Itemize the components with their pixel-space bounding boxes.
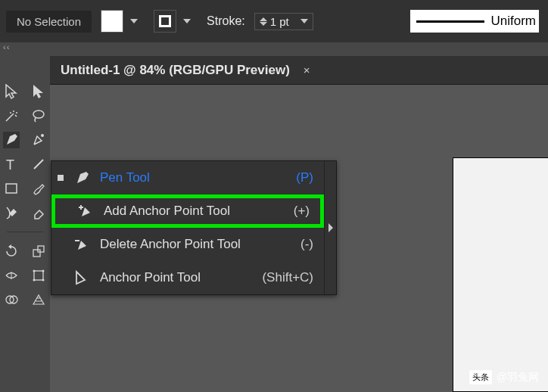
triangle-right-icon: [328, 223, 333, 232]
selected-indicator-placeholder: [58, 275, 64, 281]
selected-indicator-icon: [58, 175, 64, 181]
scale-icon: [32, 244, 45, 258]
stroke-label: Stroke:: [207, 14, 245, 28]
watermark: 头条 @羽兔网: [469, 370, 539, 384]
stroke-weight-stepper[interactable]: 1 pt: [254, 13, 313, 30]
rotate-icon: [5, 244, 18, 258]
line-icon: [32, 157, 45, 171]
width-tool[interactable]: [3, 267, 20, 284]
flyout-item-label: Anchor Point Tool: [100, 270, 254, 285]
watermark-text: @羽兔网: [497, 371, 539, 384]
arrow-down-icon[interactable]: [260, 22, 267, 26]
stroke-profile-dropdown[interactable]: Uniform: [410, 10, 539, 33]
brush-icon: [32, 182, 45, 195]
line-segment-tool[interactable]: [30, 156, 47, 173]
flyout-tearoff-handle[interactable]: [324, 161, 336, 294]
stepper-arrows[interactable]: [260, 17, 267, 26]
shape-builder-tool[interactable]: [3, 291, 20, 308]
svg-rect-5: [38, 246, 44, 252]
svg-point-0: [41, 134, 44, 137]
svg-point-11: [42, 279, 45, 282]
tab-close-button[interactable]: ×: [304, 64, 310, 76]
transform-icon: [32, 269, 45, 282]
selection-tool[interactable]: [3, 83, 20, 100]
flyout-item-shortcut: (Shift+C): [262, 270, 313, 285]
tools-panel: T: [0, 56, 50, 392]
eraser-icon: [32, 206, 45, 219]
pen-icon: [4, 132, 19, 148]
svg-point-8: [33, 270, 36, 272]
arrow-cursor-solid-icon: [32, 84, 45, 99]
pen-tool[interactable]: [3, 132, 20, 148]
selection-status: No Selection: [6, 11, 92, 33]
pen-icon: [73, 170, 92, 186]
document-tab[interactable]: Untitled-1 @ 84% (RGB/GPU Preview): [61, 63, 290, 78]
scale-tool[interactable]: [30, 243, 47, 260]
svg-rect-7: [34, 271, 43, 280]
pen-plus-icon: [76, 203, 96, 219]
fill-color-swatch[interactable]: [101, 10, 123, 33]
pencil-icon: [5, 206, 18, 219]
flyout-item-shortcut: (-): [300, 237, 313, 252]
flyout-item-shortcut: (P): [296, 170, 313, 185]
chevron-down-icon: [183, 19, 191, 23]
rotate-tool[interactable]: [3, 243, 20, 260]
pen-minus-icon: [73, 236, 92, 253]
lasso-tool[interactable]: [30, 107, 47, 124]
perspective-grid-tool[interactable]: [30, 291, 47, 308]
fill-swatch-group[interactable]: [101, 10, 145, 33]
magic-wand-tool[interactable]: [3, 107, 20, 124]
eraser-tool[interactable]: [30, 204, 47, 221]
arrow-up-icon[interactable]: [260, 17, 267, 21]
flyout-item-label: Delete Anchor Point Tool: [100, 237, 293, 252]
flyout-item-anchor-point-tool[interactable]: Anchor Point Tool (Shift+C): [51, 261, 324, 294]
flyout-item-delete-anchor-point-tool[interactable]: Delete Anchor Point Tool (-): [51, 228, 324, 261]
shaper-tool[interactable]: [3, 204, 20, 221]
stroke-dropdown-button[interactable]: [176, 10, 198, 33]
panel-collapse-button[interactable]: ‹‹: [0, 42, 548, 56]
svg-text:T: T: [6, 157, 14, 171]
anchor-convert-icon: [73, 269, 92, 286]
lasso-icon: [31, 108, 46, 123]
artboard[interactable]: [453, 157, 548, 392]
pen-tool-flyout: Pen Tool (P) Add Anchor Point Tool (+) D…: [51, 160, 337, 295]
tools-divider: [7, 232, 43, 232]
options-bar: No Selection Stroke: 1 pt Uniform: [0, 0, 548, 42]
curvature-tool[interactable]: [30, 132, 47, 148]
stroke-profile-label: Uniform: [490, 14, 536, 29]
flyout-item-label: Pen Tool: [100, 170, 288, 185]
chevron-down-icon: [130, 19, 138, 23]
svg-point-10: [33, 279, 36, 282]
selected-indicator-placeholder: [58, 241, 64, 247]
direct-selection-tool[interactable]: [30, 83, 47, 100]
svg-rect-4: [33, 250, 40, 257]
profile-preview-icon: [416, 20, 484, 23]
flyout-item-label: Add Anchor Point Tool: [104, 204, 286, 219]
document-tab-bar: Untitled-1 @ 84% (RGB/GPU Preview) ×: [50, 56, 548, 85]
paintbrush-tool[interactable]: [30, 180, 47, 197]
curvature-pen-icon: [31, 132, 46, 148]
svg-rect-3: [6, 184, 17, 193]
fill-dropdown-button[interactable]: [123, 10, 145, 33]
flyout-item-shortcut: (+): [294, 204, 310, 219]
flyout-item-add-anchor-point-tool[interactable]: Add Anchor Point Tool (+): [51, 194, 324, 228]
svg-line-2: [34, 160, 43, 169]
perspective-icon: [32, 293, 45, 306]
svg-point-9: [42, 270, 45, 272]
selected-indicator-placeholder: [61, 208, 67, 214]
flyout-item-pen-tool[interactable]: Pen Tool (P): [51, 161, 324, 194]
type-tool[interactable]: T: [3, 156, 20, 173]
type-icon: T: [5, 157, 18, 171]
stroke-weight-value[interactable]: 1 pt: [270, 15, 297, 28]
chevron-down-icon[interactable]: [300, 19, 308, 23]
arrow-cursor-icon: [5, 84, 18, 99]
rectangle-icon: [5, 182, 18, 195]
free-transform-tool[interactable]: [30, 267, 47, 284]
rectangle-tool[interactable]: [3, 180, 20, 197]
magic-wand-icon: [4, 108, 19, 123]
watermark-badge: 头条: [469, 370, 492, 384]
stroke-swatch-group[interactable]: [154, 10, 198, 33]
width-icon: [5, 269, 18, 282]
stroke-color-swatch[interactable]: [154, 10, 176, 33]
shape-builder-icon: [5, 293, 18, 306]
